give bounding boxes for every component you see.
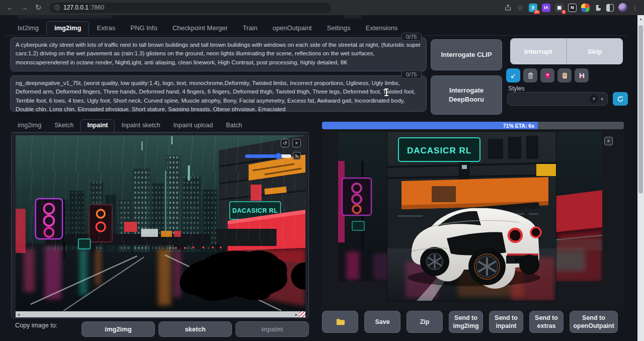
canvas-horizontal-scrollbar[interactable]: ◄ ► (16, 311, 305, 317)
tab-settings[interactable]: Settings (319, 22, 358, 35)
browser-toolbar: ← → ↻ ⓘ 127.0.0.1:7860 ☆ 文21 IA ▣3 N ⋮ (0, 0, 644, 15)
prompt-token-counter: 0/75 (401, 33, 422, 41)
subtab-batch[interactable]: Batch (219, 120, 249, 132)
page-scrollbar-thumb[interactable] (638, 25, 643, 194)
scrolled-element-peek (344, 15, 362, 19)
subtab-inpaint-sketch[interactable]: Inpaint sketch (115, 120, 167, 132)
copy-to-img2img-button[interactable]: img2img (82, 321, 155, 337)
tab-train[interactable]: Train (235, 22, 265, 35)
open-folder-button[interactable] (322, 311, 358, 333)
translate-extension-icon[interactable]: 文21 (529, 4, 537, 12)
chevron-down-icon[interactable]: ▾ (601, 97, 603, 102)
copy-to-inpaint-button[interactable]: inpaint (235, 321, 309, 337)
extensions-puzzle-icon[interactable] (594, 4, 602, 12)
interrupt-button[interactable]: Interrupt (510, 38, 567, 64)
bookmark-star-icon[interactable]: ☆ (516, 2, 524, 14)
browser-menu-icon[interactable]: ⋮ (632, 2, 638, 14)
page-top-strip (0, 15, 644, 21)
reload-icon[interactable]: ↻ (32, 2, 44, 14)
messages-extension-icon[interactable]: ▣3 (555, 4, 564, 12)
inpaint-canvas-panel: DACASICR RL (11, 132, 309, 318)
copy-image-to-label: Copy image to: (15, 322, 57, 329)
interrogate-clip-button[interactable]: Interrogate CLIP (431, 39, 502, 70)
scroll-right-icon[interactable]: ► (293, 313, 299, 316)
close-icon: × (295, 140, 298, 146)
progress-fill: 71% ETA: 6s (322, 122, 538, 129)
tab-extensions[interactable]: Extensions (358, 22, 406, 35)
brush-size-slider[interactable] (245, 154, 291, 158)
save-button[interactable]: Save (364, 311, 400, 333)
negative-prompt-token-counter: 0/75 (401, 70, 422, 78)
stable-diffusion-webui-screen: ← → ↻ ⓘ 127.0.0.1:7860 ☆ 文21 IA ▣3 N ⋮ t… (0, 0, 644, 341)
notion-extension-icon[interactable]: N (568, 4, 577, 12)
scrolled-element-peek (18, 15, 113, 19)
refresh-icon (617, 96, 624, 103)
refresh-styles-button[interactable] (613, 92, 628, 106)
trash-icon (527, 72, 534, 79)
extension-badge: 21 (534, 10, 540, 14)
back-icon[interactable]: ← (4, 2, 16, 14)
tab-checkpoint-merger[interactable]: Checkpoint Merger (165, 22, 235, 35)
close-preview-button[interactable]: × (604, 137, 613, 145)
tab-txt2img[interactable]: txt2img (10, 22, 46, 35)
floppy-disk-icon (579, 72, 585, 79)
tab-png-info[interactable]: PNG Info (123, 22, 165, 35)
brush-adjust-button[interactable]: ✎ (293, 152, 301, 160)
prompt-input[interactable]: A cyberpunk city street with lots of tra… (10, 37, 427, 71)
clear-image-button[interactable]: × (292, 139, 301, 147)
text-cursor (384, 89, 389, 96)
send-to-img2img-button[interactable]: Send to img2img (449, 311, 483, 333)
send-to-openoutpaint-button[interactable]: Send to openOutpaint (570, 311, 618, 333)
profile-avatar[interactable] (618, 3, 627, 12)
clear-styles-icon[interactable]: × (590, 95, 598, 103)
address-bar[interactable]: ⓘ 127.0.0.1:7860 (49, 3, 331, 13)
extra-networks-button[interactable] (540, 68, 554, 82)
skip-button[interactable]: Skip (567, 38, 623, 64)
close-icon: × (607, 138, 610, 144)
pencil-icon: ✎ (295, 153, 299, 159)
interrogate-deepbooru-button[interactable]: Interrogate DeepBooru (431, 75, 502, 115)
progress-label: 71% ETA: 6s (503, 123, 534, 129)
generation-progress-bar: 71% ETA: 6s (322, 122, 624, 129)
browser-actions: ☆ 文21 IA ▣3 N ⋮ (504, 2, 640, 14)
clear-prompt-button[interactable] (523, 68, 537, 82)
scroll-up-icon[interactable]: ▲ (637, 15, 644, 21)
live-preview-image: DACASICR RL (387, 132, 556, 301)
subtab-inpaint[interactable]: Inpaint (80, 119, 115, 132)
ia-extension-icon[interactable]: IA (542, 4, 550, 12)
negative-prompt-input[interactable]: ng_deepnegative_v1_75t, (worst quality, … (10, 75, 427, 112)
tab-openoutpaint[interactable]: openOutpaint (265, 22, 319, 35)
undo-icon: ↺ (283, 140, 287, 146)
styles-dropdown[interactable]: × ▾ (507, 92, 608, 106)
paste-arrow-icon: ↙ (511, 72, 516, 79)
neon-sign-text: DACASICR RL (407, 146, 471, 155)
tab-img2img[interactable]: img2img (46, 21, 89, 36)
subtab-inpaint-upload[interactable]: Inpaint upload (167, 120, 220, 132)
clipboard-icon (561, 72, 568, 79)
main-tab-bar: txt2img img2img Extras PNG Info Checkpoi… (4, 21, 628, 36)
subtab-img2img[interactable]: img2img (11, 120, 48, 132)
subtab-sketch[interactable]: Sketch (48, 120, 80, 132)
resize-handle[interactable] (299, 311, 305, 317)
sidebar-toggle-icon[interactable] (606, 4, 614, 12)
apply-styles-button[interactable] (557, 68, 572, 82)
output-preview-panel: DACASICR RL (322, 130, 624, 311)
tab-extras[interactable]: Extras (89, 22, 123, 35)
site-info-icon[interactable]: ⓘ (54, 4, 60, 12)
undo-button[interactable]: ↺ (281, 139, 289, 147)
paste-params-button[interactable]: ↙ (506, 68, 520, 82)
share-icon[interactable] (504, 4, 512, 12)
url-host: 127.0.0.1 (63, 4, 89, 11)
styles-label: Styles (508, 85, 525, 92)
inpaint-canvas[interactable]: DACASICR RL (16, 135, 305, 311)
page-scrollbar[interactable]: ▲ (637, 15, 644, 341)
colorpick-extension-icon[interactable] (581, 4, 590, 12)
send-to-extras-button[interactable]: Send to extras (529, 311, 564, 333)
save-style-button[interactable] (575, 68, 589, 82)
copy-to-sketch-button[interactable]: sketch (158, 321, 232, 337)
extra-networks-card-icon (544, 72, 551, 79)
scroll-left-icon[interactable]: ◄ (16, 313, 22, 316)
send-to-inpaint-button[interactable]: Send to inpaint (489, 311, 523, 333)
zip-button[interactable]: Zip (407, 311, 443, 333)
forward-icon[interactable]: → (18, 2, 30, 14)
